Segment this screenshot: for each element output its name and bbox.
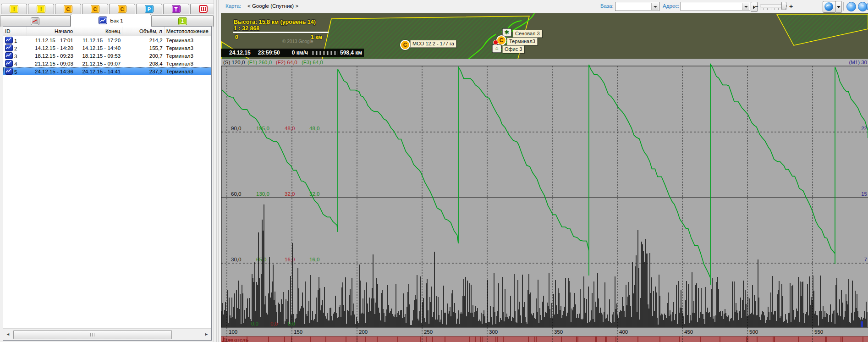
c-icon: C: [118, 5, 126, 13]
base-combobox[interactable]: [615, 2, 659, 11]
column-header-1[interactable]: Начало: [27, 27, 75, 36]
satellite-map[interactable]: Высота: 15,8 км (уровень 14) 1 : 32 868 …: [221, 13, 868, 59]
chart-header-label: (S) 120,0: [223, 60, 245, 65]
map-marker-label: Офис 3: [502, 45, 524, 53]
cell-end: 24.12.15 - 14:41: [75, 69, 122, 74]
cell-end: 14.12.15 - 14:40: [75, 45, 122, 51]
zoom-in-button[interactable]: +: [789, 3, 793, 10]
cell-location: Терминал3: [165, 69, 211, 74]
cell-volume: 237,2: [122, 69, 164, 74]
cell-volume: 208,4: [122, 61, 164, 66]
gridline-value-label: 16,0: [285, 257, 295, 262]
combo-arrow-icon[interactable]: [742, 3, 749, 10]
tab-c-4[interactable]: C: [82, 4, 108, 14]
column-header-0[interactable]: ID: [3, 27, 27, 36]
cell-end: 11.12.15 - 17:20: [75, 38, 122, 43]
cell-start: 11.12.15 - 17:01: [27, 38, 75, 43]
engine-strip: [221, 336, 868, 342]
fuel-chart-canvas[interactable]: (S) 120,0(F1) 260,0(F2) 64,0(F3) 64,0(M1…: [221, 59, 868, 342]
tab-filter-funnel-7[interactable]: [163, 4, 189, 14]
gridline-value-label: 90,0: [231, 126, 241, 131]
application-window: !!CCCP Бак 11 IDНачалоКонецОбъём, лМесто…: [0, 0, 868, 342]
tab-c-3[interactable]: C: [55, 4, 81, 14]
fuel-event-icon: [5, 60, 13, 67]
map-marker-c-circle-icon[interactable]: C: [496, 35, 506, 45]
speed-scale-ticks: [311, 51, 337, 55]
gridline-value-label: 48,0: [285, 126, 295, 131]
base-label: База:: [600, 3, 614, 9]
fuel-event-icon: [5, 37, 13, 44]
gridline-value-label: 32,0: [285, 191, 295, 197]
gridline-value-label: 48,0: [309, 126, 319, 131]
view-tabs: Бак 11: [0, 14, 214, 27]
x-axis-tick-label: 250: [424, 329, 433, 335]
tab-p-6[interactable]: P: [136, 4, 162, 14]
x-axis-tick-label: 100: [229, 329, 237, 335]
cell-volume: 214,2: [122, 38, 164, 43]
status-date: 24.12.15: [229, 50, 251, 56]
cell-id: 4: [3, 60, 27, 67]
google-earth-button[interactable]: [823, 1, 836, 13]
column-header-4[interactable]: Местоположение: [165, 27, 211, 36]
combo-arrow-icon[interactable]: [651, 3, 659, 10]
table-row[interactable]: 524.12.15 - 14:3624.12.15 - 14:41237,2Те…: [3, 67, 211, 75]
cell-location: Терминал3: [165, 38, 211, 43]
green-1-icon: 1: [178, 17, 187, 25]
gridline-value-label: 65,0: [256, 257, 266, 262]
chart-cursor-marker[interactable]: [861, 321, 863, 327]
gridline-right-label: 22: [861, 126, 867, 131]
cell-start: 21.12.15 - 09:03: [27, 61, 75, 66]
event-type-tabs: !!CCCP: [1, 4, 217, 14]
tab-red-grid-8[interactable]: [190, 4, 216, 14]
address-label: Адрес:: [663, 3, 679, 9]
alert-icon: !: [10, 5, 18, 13]
map-toolbar: Карта: < Google (Спутник) > База: Адрес:…: [221, 0, 868, 13]
chart-header-label: (F2) 64,0: [276, 60, 297, 65]
fuel-chart[interactable]: (S) 120,0(F1) 260,0(F2) 64,0(F3) 64,0(M1…: [221, 59, 868, 342]
events-panel: !!CCCP Бак 11 IDНачалоКонецОбъём, лМесто…: [0, 0, 214, 342]
column-header-2[interactable]: Конец: [75, 27, 122, 36]
tab-alert-1[interactable]: !: [1, 4, 27, 14]
zoom-out-button[interactable]: −: [754, 3, 758, 10]
layers-button[interactable]: ≡: [846, 2, 856, 11]
google-earth-dropdown[interactable]: [835, 1, 842, 13]
map-label: Карта:: [225, 3, 241, 9]
map-marker-c-circle-icon[interactable]: C: [400, 40, 410, 50]
table-row[interactable]: 421.12.15 - 09:0321.12.15 - 09:07208,4Те…: [3, 60, 211, 67]
field-polygon[interactable]: [777, 14, 868, 45]
chart-header-right-label: (M1) 30: [849, 60, 867, 65]
scroll-right-button[interactable]: ►: [203, 331, 210, 338]
cell-start: 14.12.15 - 14:20: [27, 45, 75, 51]
cell-volume: 155,7: [122, 45, 164, 51]
address-combobox[interactable]: [681, 2, 750, 11]
scrollbar-thumb[interactable]: [13, 330, 172, 339]
table-row[interactable]: 214.12.15 - 14:2014.12.15 - 14:40155,7Те…: [3, 44, 211, 52]
red-grid-icon: [199, 5, 208, 13]
x-axis-tick-label: 350: [554, 329, 563, 335]
map-type-selector[interactable]: < Google (Спутник) >: [247, 3, 298, 9]
scroll-left-button[interactable]: ◄: [4, 331, 12, 338]
table-row[interactable]: 318.12.15 - 09:2318.12.15 - 09:53200,7Те…: [3, 52, 211, 60]
view-tab-label: Бак 1: [110, 18, 123, 23]
cell-end: 18.12.15 - 09:53: [75, 53, 122, 59]
bottom-zero-label: 0,0: [251, 321, 258, 326]
tab-c-5[interactable]: C: [109, 4, 135, 14]
cell-end: 21.12.15 - 09:07: [75, 61, 122, 66]
alert-icon: !: [37, 5, 45, 13]
zoom-slider[interactable]: [760, 5, 787, 7]
cell-location: Терминал3: [165, 61, 211, 66]
table-row[interactable]: 111.12.15 - 17:0111.12.15 - 17:20214,2Те…: [3, 36, 211, 44]
view-tab-бак-1[interactable]: Бак 1: [71, 14, 151, 27]
cell-location: Терминал3: [165, 53, 211, 59]
map-marker-office-icon[interactable]: ⌂: [492, 44, 501, 53]
gridline-right-label: 7: [864, 257, 867, 262]
column-header-3[interactable]: Объём, л: [122, 27, 164, 36]
tab-alert-2[interactable]: !: [28, 4, 54, 14]
table-horizontal-scrollbar[interactable]: ◄ ►: [3, 328, 211, 340]
c-icon: C: [64, 5, 72, 13]
track-status-bar: 24.12.15 23:59:50 0 км/ч 598,4 км: [221, 49, 364, 57]
view-tab-sensor[interactable]: [0, 15, 71, 27]
view-tab-1[interactable]: 1: [151, 15, 214, 27]
cell-volume: 200,7: [122, 53, 164, 59]
cell-location: Терминал3: [165, 45, 211, 51]
